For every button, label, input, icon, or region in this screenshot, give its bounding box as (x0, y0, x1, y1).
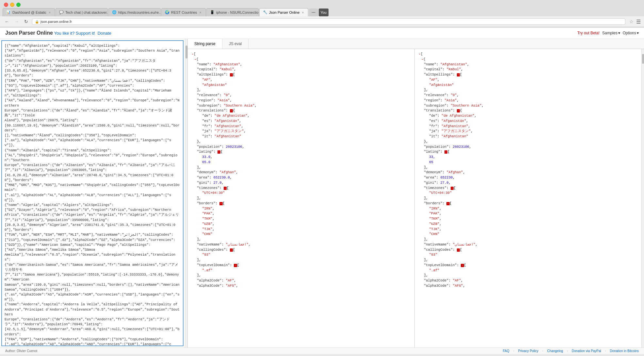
tab-label: Tech chat | chat.stackover... (65, 10, 108, 14)
forward-button[interactable]: → (13, 18, 20, 25)
left-panel: [{"name":"Afghanistan","capital":"Kabul"… (0, 39, 188, 348)
footer-links: FAQ · Privacy Policy · Changelog · Donat… (503, 349, 639, 353)
app-title-area: Json Parser Online You like it? Support … (5, 30, 111, 36)
try-beta-link[interactable]: Try out Beta! (577, 31, 600, 35)
app-container: Json Parser Online You like it? Support … (0, 27, 644, 354)
tabs-bar: 📊 Dashboard @ Estatic × 💬 Tech chat | ch… (0, 8, 644, 16)
parsed-json-left[interactable]: -[ -{ "name": "Afghanistan", "capital": … (188, 49, 414, 348)
browser-chrome: 📊 Dashboard @ Estatic × 💬 Tech chat | ch… (0, 0, 644, 27)
right-panel-tabs: String parse JS eval (188, 39, 644, 49)
main-content: [{"name":"Afghanistan","capital":"Kabul"… (0, 39, 644, 348)
tab-label: Json Parser Online (269, 10, 300, 14)
user-badge[interactable]: You (319, 8, 329, 16)
tab-favicon: 🌐 (112, 10, 117, 15)
tab-techchat[interactable]: 💬 Tech chat | chat.stackover... × (56, 8, 108, 16)
more-tabs-button[interactable]: ⋯ (309, 8, 318, 16)
tab-close-button[interactable]: × (48, 10, 51, 14)
tab-favicon: 📊 (6, 10, 11, 15)
refresh-button[interactable]: ↻ (23, 18, 29, 25)
tab-favicon: 💬 (59, 10, 64, 15)
tab-js-eval[interactable]: JS eval (222, 39, 249, 49)
footer-sep3: · (567, 349, 568, 353)
faq-link[interactable]: FAQ (503, 349, 509, 353)
options-label: Options (623, 31, 636, 35)
support-link[interactable]: You like it? Support it! Donate (54, 31, 111, 36)
js-eval-label: JS eval (229, 42, 242, 46)
minimize-button[interactable] (10, 3, 14, 7)
tab-close-button[interactable]: × (301, 10, 304, 14)
tab-favicon: 🌍 (165, 10, 169, 15)
options-chevron: ▾ (637, 31, 639, 35)
right-panel: String parse JS eval -[ -{ "name": "Afgh… (188, 39, 644, 348)
samples-button[interactable]: Samples ▾ (602, 31, 620, 35)
parsed-json-right[interactable]: -[ -{ "name": "Afghanistan", "capital": … (415, 49, 641, 348)
tab-label: Dashboard @ Estatic (12, 10, 46, 14)
menu-button[interactable]: ☰ (636, 19, 641, 25)
right-scrollbar-thumb (642, 54, 644, 64)
footer-sep2: · (542, 349, 543, 353)
options-button[interactable]: Options ▾ (623, 31, 639, 35)
back-button[interactable]: ← (3, 18, 10, 25)
tab-close-button[interactable]: × (199, 10, 202, 14)
raw-json-textarea[interactable]: [{"name":"Afghanistan","capital":"Kabul"… (1, 40, 184, 346)
tab-dashboard[interactable]: 📊 Dashboard @ Estatic × (3, 8, 55, 16)
tab-favicon: 📱 (210, 10, 215, 15)
bookmark-button[interactable]: ☆ (629, 19, 634, 24)
tab-label: REST Countries (171, 10, 197, 14)
left-scrollbar[interactable] (185, 39, 187, 348)
address-favicon: 🔒 (35, 20, 39, 24)
string-parse-label: String parse (194, 42, 216, 46)
right-scrollbar[interactable] (641, 49, 644, 348)
support-text: You like it? Support it! (54, 31, 95, 36)
maximize-button[interactable] (16, 3, 21, 7)
samples-chevron: ▾ (618, 31, 620, 35)
header-actions: Try out Beta! Samples ▾ Options ▾ (577, 31, 639, 35)
tab-label: https://restcountries.eu/re... (118, 10, 161, 14)
donation-bitcoin-link[interactable]: Donation in Bitcoins (610, 349, 639, 353)
tab-jsonparser[interactable]: 🔧 Json Parser Online × (259, 8, 308, 16)
navigation-bar: ← → ↻ 🔒 json.parser.online.fr ☆ ☰ (0, 16, 644, 27)
address-bar[interactable]: 🔒 json.parser.online.fr (32, 18, 625, 25)
samples-label: Samples (602, 31, 618, 35)
footer-sep1: · (513, 349, 514, 353)
author-text: Author: Olivier Cuenot (5, 349, 37, 353)
donate-link[interactable]: Donate (98, 31, 111, 36)
left-scrollbar-thumb (185, 45, 187, 59)
tab-restcountries[interactable]: 🌍 REST Countries × (161, 8, 206, 16)
close-button[interactable] (4, 3, 8, 7)
tab-label: iphone - NSURLConnectio... (216, 10, 259, 14)
tab-favicon: 🔧 (263, 10, 267, 15)
url-text: json.parser.online.fr (40, 20, 72, 24)
footer-sep4: · (605, 349, 606, 353)
donation-paypal-link[interactable]: Donation via PayPal (572, 349, 601, 353)
footer: Author: Olivier Cuenot FAQ · Privacy Pol… (0, 348, 644, 354)
app-title: Json Parser Online (5, 30, 53, 36)
traffic-lights (0, 0, 644, 8)
privacy-link[interactable]: Privacy Policy (518, 349, 539, 353)
tab-restcountries-url[interactable]: 🌐 https://restcountries.eu/re... × (108, 8, 161, 16)
tab-string-parse[interactable]: String parse (188, 39, 222, 49)
changelog-link[interactable]: Changelog (547, 349, 563, 353)
app-header: Json Parser Online You like it? Support … (0, 27, 644, 39)
tab-iphone[interactable]: 📱 iphone - NSURLConnectio... × (206, 8, 259, 16)
